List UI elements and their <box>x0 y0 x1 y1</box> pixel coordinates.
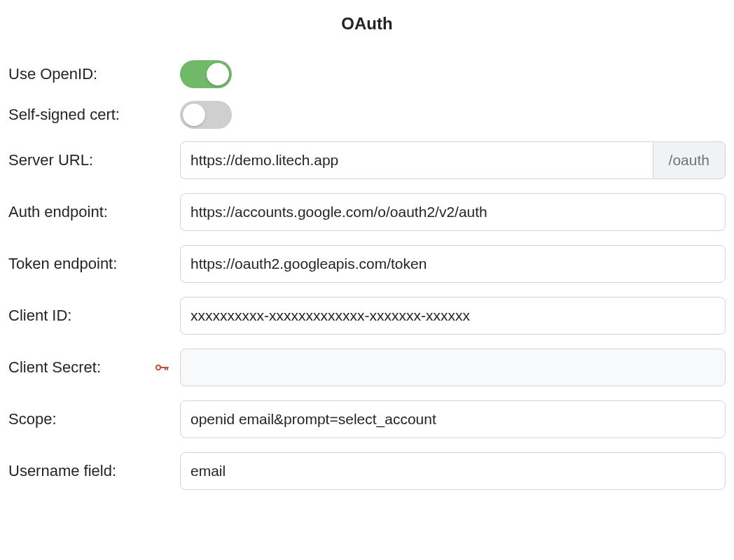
toggle-self-signed[interactable] <box>180 101 232 129</box>
toggle-knob <box>183 104 205 126</box>
label-self-signed: Self-signed cert: <box>8 106 180 124</box>
input-username-field[interactable] <box>180 452 726 490</box>
row-self-signed: Self-signed cert: <box>8 101 726 129</box>
label-scope: Scope: <box>8 410 180 428</box>
row-auth-endpoint: Auth endpoint: <box>8 193 726 231</box>
label-client-id: Client ID: <box>8 307 180 325</box>
input-auth-endpoint[interactable] <box>180 193 726 231</box>
addon-server-url-path: /oauth <box>653 141 726 179</box>
row-use-openid: Use OpenID: <box>8 60 726 88</box>
label-server-url: Server URL: <box>8 151 180 169</box>
label-client-secret: Client Secret: <box>8 358 180 377</box>
input-scope[interactable] <box>180 400 726 438</box>
row-client-id: Client ID: <box>8 297 726 335</box>
row-scope: Scope: <box>8 400 726 438</box>
input-client-id[interactable] <box>180 297 726 335</box>
key-icon <box>153 359 170 376</box>
label-auth-endpoint: Auth endpoint: <box>8 203 180 221</box>
row-username-field: Username field: <box>8 452 726 490</box>
toggle-use-openid[interactable] <box>180 60 232 88</box>
label-use-openid: Use OpenID: <box>8 65 180 83</box>
toggle-knob <box>207 63 229 85</box>
row-server-url: Server URL: /oauth <box>8 141 726 179</box>
input-server-url[interactable] <box>180 141 653 179</box>
input-client-secret[interactable] <box>180 349 726 386</box>
row-client-secret: Client Secret: <box>8 349 726 386</box>
label-username-field: Username field: <box>8 462 180 480</box>
page-title: OAuth <box>8 14 726 34</box>
label-token-endpoint: Token endpoint: <box>8 255 180 273</box>
row-token-endpoint: Token endpoint: <box>8 245 726 283</box>
input-token-endpoint[interactable] <box>180 245 726 283</box>
